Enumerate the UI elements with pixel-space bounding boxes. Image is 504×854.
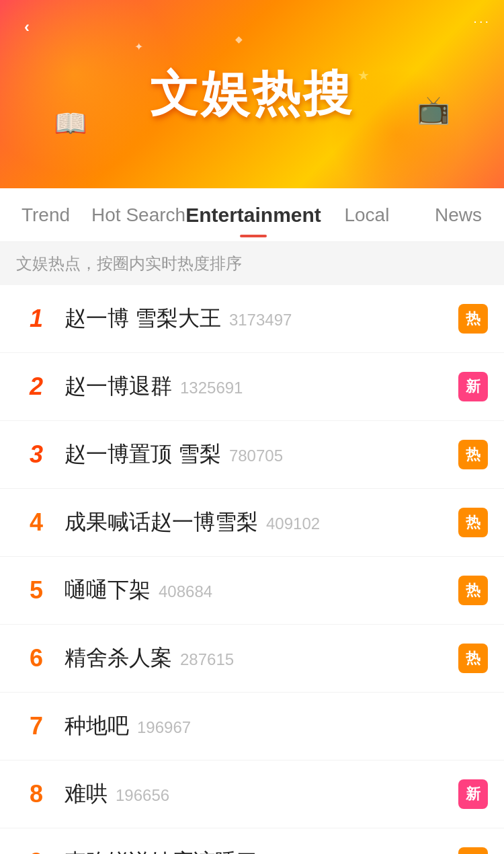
banner-title: 文娱热搜 bbox=[150, 62, 354, 126]
rank-number: 7 bbox=[16, 712, 56, 740]
badge-empty bbox=[458, 711, 488, 741]
badge-new: 新 bbox=[458, 372, 488, 401]
rank-number: 1 bbox=[16, 305, 56, 333]
badge-hot: 热 bbox=[458, 644, 488, 673]
rank-number: 9 bbox=[16, 848, 56, 854]
item-count: 196967 bbox=[137, 718, 191, 736]
banner: ‹ ··· 📖 📺 ✦ ★ ◆ 文娱热搜 bbox=[0, 0, 504, 188]
list-item[interactable]: 5嗵嗵下架408684热 bbox=[0, 557, 504, 625]
item-count: 408684 bbox=[159, 582, 212, 600]
rank-number: 8 bbox=[16, 780, 56, 808]
item-title: 赵一博 雪梨大王3173497 bbox=[65, 304, 448, 334]
badge-hot: 热 bbox=[458, 847, 488, 854]
item-title: 种地吧196967 bbox=[65, 711, 458, 741]
list-item[interactable]: 6精舍杀人案287615热 bbox=[0, 625, 504, 693]
item-count: 780705 bbox=[229, 447, 283, 465]
rank-number: 2 bbox=[16, 373, 56, 401]
item-title: 赵一博置顶 雪梨780705 bbox=[65, 440, 448, 469]
more-button[interactable]: ··· bbox=[473, 13, 491, 29]
subtitle: 文娱热点，按圈内实时热度排序 bbox=[0, 242, 504, 285]
list-item[interactable]: 8难哄196656新 bbox=[0, 761, 504, 828]
trending-list: 1赵一博 雪梨大王3173497热2赵一博退群1325691新3赵一博置顶 雪梨… bbox=[0, 285, 504, 854]
list-item[interactable]: 1赵一博 雪梨大王3173497热 bbox=[0, 285, 504, 353]
tab-hot-search[interactable]: Hot Search bbox=[91, 188, 185, 241]
rank-number: 4 bbox=[16, 508, 56, 537]
list-item[interactable]: 3赵一博置顶 雪梨780705热 bbox=[0, 421, 504, 489]
star-decoration-2: ★ bbox=[358, 67, 370, 83]
tab-local[interactable]: Local bbox=[321, 188, 413, 241]
list-item[interactable]: 2赵一博退群1325691新 bbox=[0, 353, 504, 421]
item-title: 赵一博退群1325691 bbox=[65, 372, 448, 401]
item-count: 287615 bbox=[180, 650, 234, 668]
item-title: 成果喊话赵一博雪梨409102 bbox=[65, 508, 448, 537]
tab-trend[interactable]: Trend bbox=[0, 188, 91, 241]
list-item[interactable]: 9李昀锐说她应该睡了190893热 bbox=[0, 828, 504, 854]
list-item[interactable]: 4成果喊话赵一博雪梨409102热 bbox=[0, 489, 504, 557]
badge-hot: 热 bbox=[458, 440, 488, 469]
item-count: 409102 bbox=[266, 514, 320, 533]
badge-new: 新 bbox=[458, 779, 488, 809]
diamond-decoration: ◆ bbox=[235, 34, 243, 44]
item-count: 1325691 bbox=[180, 379, 243, 397]
item-title: 难哄196656 bbox=[65, 779, 448, 809]
rank-number: 3 bbox=[16, 440, 56, 469]
rank-number: 5 bbox=[16, 576, 56, 605]
badge-hot: 热 bbox=[458, 304, 488, 334]
item-count: 196656 bbox=[116, 786, 169, 804]
item-title: 嗵嗵下架408684 bbox=[65, 576, 448, 605]
rank-number: 6 bbox=[16, 644, 56, 672]
star-decoration-1: ✦ bbox=[134, 40, 143, 53]
back-button[interactable]: ‹ bbox=[13, 13, 40, 40]
item-count: 3173497 bbox=[229, 311, 292, 329]
tab-entertainment[interactable]: Entertainment bbox=[185, 188, 321, 241]
list-item[interactable]: 7种地吧196967 bbox=[0, 693, 504, 761]
tab-bar: Trend Hot Search Entertainment Local New… bbox=[0, 188, 504, 242]
badge-hot: 热 bbox=[458, 576, 488, 605]
tab-news[interactable]: News bbox=[413, 188, 504, 241]
book-decoration: 📖 bbox=[54, 108, 87, 139]
item-title: 李昀锐说她应该睡了190893 bbox=[65, 847, 448, 854]
tv-decoration: 📺 bbox=[417, 94, 450, 126]
badge-hot: 热 bbox=[458, 508, 488, 537]
item-title: 精舍杀人案287615 bbox=[65, 644, 448, 673]
